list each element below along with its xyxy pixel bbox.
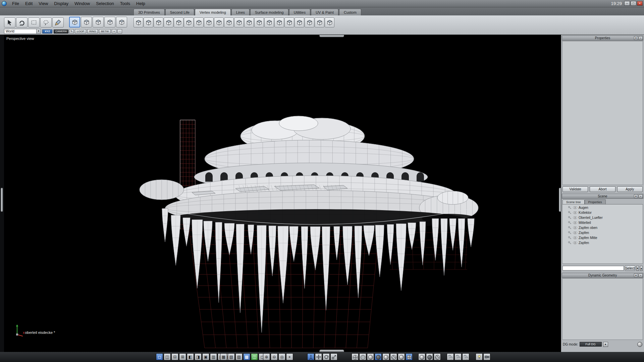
modeling-tool-button-11[interactable] <box>234 17 244 27</box>
ring-button[interactable]: RING <box>87 29 98 34</box>
menu-help[interactable]: Help <box>133 0 148 7</box>
lock-key-icon[interactable] <box>568 211 572 215</box>
tab-scene-tree[interactable]: Scene tree <box>562 199 585 204</box>
modeling-tool-button-13[interactable] <box>254 17 264 27</box>
modeling-tool-button-7[interactable] <box>194 17 204 27</box>
scene-tree-item-zapfen[interactable]: Zapfen <box>562 230 643 235</box>
manipulator-button-2[interactable] <box>315 353 322 360</box>
left-splitter-grip[interactable] <box>1 188 3 212</box>
modeling-tool-button-19[interactable] <box>315 17 324 27</box>
shading-mode-button-6[interactable] <box>390 353 397 360</box>
object-display-button-2[interactable] <box>426 353 433 360</box>
layout-view-button-7[interactable]: ▣ <box>202 353 209 360</box>
shading-mode-button-4[interactable] <box>375 353 382 360</box>
lasso-select-tool-button[interactable] <box>40 17 52 27</box>
geometry-buffer-button-3[interactable] <box>462 353 469 360</box>
tab-custom[interactable]: Custom <box>339 9 361 15</box>
modeling-tool-button-16[interactable] <box>284 17 294 27</box>
vm-tool-button-2[interactable] <box>81 17 92 27</box>
scene-tree-item-zapfen-oben[interactable]: Zapfen oben <box>562 225 643 230</box>
manipulator-button-3[interactable] <box>323 353 330 360</box>
scene-tree-item-mittelteil[interactable]: Mittelteil <box>562 220 643 225</box>
visibility-eye-icon[interactable] <box>573 211 577 214</box>
perspective-viewport[interactable]: Perspective view xoberteil eisdecke * <box>4 35 561 352</box>
select-arrow-tool-button[interactable] <box>4 17 15 27</box>
zoom-tool-button-4[interactable]: ⌖ <box>286 353 293 360</box>
shading-mode-button-1[interactable] <box>352 353 359 360</box>
lock-key-icon[interactable] <box>568 226 572 230</box>
scene-collapse-button[interactable]: ▾ <box>634 194 638 198</box>
vm-extra-button-1[interactable]: ▪ <box>112 29 116 34</box>
viewport-splitter-top[interactable] <box>319 35 344 37</box>
lock-key-icon[interactable] <box>568 236 572 240</box>
menu-window[interactable]: Window <box>71 0 93 7</box>
properties-close-button[interactable]: × <box>639 36 643 40</box>
vm-tool-button-5[interactable] <box>116 17 127 27</box>
layout-view-button-6[interactable]: ◨ <box>195 353 202 360</box>
modeling-tool-button-18[interactable] <box>305 17 314 27</box>
rotate-view-tool-button[interactable] <box>16 17 28 27</box>
modeling-tool-button-14[interactable] <box>264 17 274 27</box>
dg-collapse-button[interactable]: ▾ <box>634 274 638 277</box>
modeling-tool-button-17[interactable] <box>294 17 304 27</box>
modeling-tool-button-6[interactable] <box>184 17 194 27</box>
vm-tool-button-3[interactable] <box>93 17 104 27</box>
display-mode-button-5[interactable]: ◫ <box>251 353 258 360</box>
modeling-tool-button-10[interactable] <box>224 17 234 27</box>
viewport-splitter-bottom[interactable] <box>319 350 344 352</box>
manipulator-button-4[interactable] <box>330 353 337 360</box>
menu-selection[interactable]: Selection <box>93 0 117 7</box>
select-button[interactable]: Select <box>625 265 635 271</box>
marquee-select-tool-button[interactable] <box>28 17 40 27</box>
visibility-eye-icon[interactable] <box>573 226 577 229</box>
window-maximize-button[interactable]: □ <box>631 1 636 6</box>
visibility-eye-icon[interactable] <box>573 221 577 224</box>
properties-collapse-button[interactable]: ▾ <box>634 36 638 40</box>
dropdown-arrow-icon[interactable]: ▾ <box>36 29 41 34</box>
modeling-tool-button-8[interactable] <box>204 17 214 27</box>
layout-view-button-1[interactable]: ◻ <box>156 353 163 360</box>
vm-tool-button-4[interactable] <box>104 17 115 27</box>
visibility-eye-icon[interactable] <box>573 206 577 209</box>
visibility-eye-icon[interactable] <box>573 231 577 234</box>
scene-close-button[interactable]: × <box>639 194 643 198</box>
scene-tree-item-oberteil-luefter[interactable]: Oberteil_Luefter <box>562 215 643 220</box>
menu-tools[interactable]: Tools <box>117 0 133 7</box>
window-close-button[interactable]: × <box>637 1 643 6</box>
xyz-toggle-button[interactable]: XYZ <box>42 29 52 34</box>
manipulator-button-1[interactable] <box>307 353 314 360</box>
tab-surface-modeling[interactable]: Surface modeling <box>250 9 288 15</box>
camera-toggle-button[interactable] <box>483 353 490 360</box>
menu-display[interactable]: Display <box>51 0 71 7</box>
menu-file[interactable]: File <box>9 0 22 7</box>
lock-key-icon[interactable] <box>568 241 572 245</box>
layout-view-button-2[interactable]: ◫ <box>164 353 171 360</box>
zoom-tool-button-3[interactable]: ◎ <box>278 353 285 360</box>
layout-view-button-5[interactable]: ◧ <box>187 353 194 360</box>
world-dropdown[interactable]: World ▾ <box>4 29 41 34</box>
dg-mode-dropdown[interactable]: Full DG <box>580 342 602 347</box>
menu-view[interactable]: View <box>36 0 51 7</box>
object-display-button-1[interactable] <box>418 353 425 360</box>
display-mode-button-2[interactable]: ▧ <box>228 353 235 360</box>
validate-button[interactable]: Validate <box>562 186 588 192</box>
object-display-button-3[interactable] <box>434 353 441 360</box>
zoom-tool-button-1[interactable]: ⊕ <box>263 353 270 360</box>
camera-toggle-button[interactable]: CAMERA <box>54 29 68 34</box>
scene-tree-item-zapfen-2[interactable]: Zapfen <box>562 240 643 245</box>
light-toggle-button[interactable] <box>476 353 483 360</box>
layout-view-button-4[interactable]: ⊞ <box>179 353 186 360</box>
modeling-tool-button-12[interactable] <box>244 17 254 27</box>
dynamic-geometry-header[interactable]: Dynamic Geometry ▾ × <box>562 273 643 278</box>
tab-second-life[interactable]: Second Life <box>165 9 194 15</box>
scene-tree-item-zapfen-mitte[interactable]: Zapfen Mitte <box>562 235 643 240</box>
loop-button[interactable]: LOOP <box>75 29 86 34</box>
modeling-tool-button-1[interactable] <box>133 17 143 27</box>
tab-lines[interactable]: Lines <box>231 9 250 15</box>
apply-button[interactable]: Apply <box>617 186 643 192</box>
menu-edit[interactable]: Edit <box>22 0 36 7</box>
tab-3d-primitives[interactable]: 3D Primitives <box>133 9 165 15</box>
pencil-toggle-button[interactable]: ✎ <box>69 29 74 34</box>
layout-view-button-3[interactable]: ⊟ <box>171 353 178 360</box>
properties-panel-header[interactable]: Properties ▾ × <box>562 36 643 41</box>
